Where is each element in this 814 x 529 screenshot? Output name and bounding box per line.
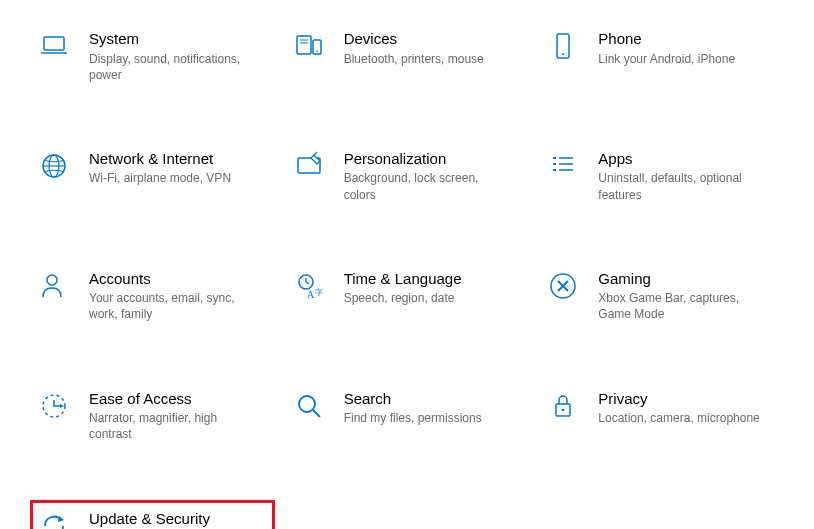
tile-description: Bluetooth, printers, mouse bbox=[344, 51, 484, 67]
tile-description: Uninstall, defaults, optional features bbox=[598, 170, 768, 202]
settings-tile-devices[interactable]: DevicesBluetooth, printers, mouse bbox=[285, 20, 530, 92]
gaming-icon bbox=[546, 269, 580, 303]
devices-icon bbox=[292, 29, 326, 63]
tile-title: Privacy bbox=[598, 389, 759, 409]
tile-description: Narrator, magnifier, high contrast bbox=[89, 410, 259, 442]
tile-title: Network & Internet bbox=[89, 149, 231, 169]
settings-tile-network[interactable]: Network & InternetWi-Fi, airplane mode, … bbox=[30, 140, 275, 212]
settings-tile-time-language[interactable]: Time & LanguageSpeech, region, date bbox=[285, 260, 530, 332]
tile-title: Apps bbox=[598, 149, 768, 169]
time-language-icon bbox=[292, 269, 326, 303]
tile-title: Gaming bbox=[598, 269, 768, 289]
tile-title: Personalization bbox=[344, 149, 514, 169]
search-icon bbox=[292, 389, 326, 423]
phone-icon bbox=[546, 29, 580, 63]
tile-description: Speech, region, date bbox=[344, 290, 462, 306]
tile-description: Location, camera, microphone bbox=[598, 410, 759, 426]
settings-tile-system[interactable]: SystemDisplay, sound, notifications, pow… bbox=[30, 20, 275, 92]
tile-title: Ease of Access bbox=[89, 389, 259, 409]
ease-of-access-icon bbox=[37, 389, 71, 423]
tile-title: System bbox=[89, 29, 259, 49]
tile-description: Wi-Fi, airplane mode, VPN bbox=[89, 170, 231, 186]
tile-description: Link your Android, iPhone bbox=[598, 51, 735, 67]
tile-title: Accounts bbox=[89, 269, 259, 289]
tile-title: Search bbox=[344, 389, 482, 409]
personalization-icon bbox=[292, 149, 326, 183]
tile-title: Update & Security bbox=[89, 509, 259, 529]
settings-tile-phone[interactable]: PhoneLink your Android, iPhone bbox=[539, 20, 784, 92]
laptop-icon bbox=[37, 29, 71, 63]
tile-description: Display, sound, notifications, power bbox=[89, 51, 259, 83]
settings-tile-apps[interactable]: AppsUninstall, defaults, optional featur… bbox=[539, 140, 784, 212]
settings-tile-ease-of-access[interactable]: Ease of AccessNarrator, magnifier, high … bbox=[30, 380, 275, 452]
settings-tile-privacy[interactable]: PrivacyLocation, camera, microphone bbox=[539, 380, 784, 452]
tile-title: Time & Language bbox=[344, 269, 462, 289]
tile-description: Background, lock screen, colors bbox=[344, 170, 514, 202]
settings-tile-accounts[interactable]: AccountsYour accounts, email, sync, work… bbox=[30, 260, 275, 332]
settings-tile-update-security[interactable]: Update & SecurityWindows Update, recover… bbox=[30, 500, 275, 530]
settings-tile-search[interactable]: SearchFind my files, permissions bbox=[285, 380, 530, 452]
apps-icon bbox=[546, 149, 580, 183]
settings-tile-personalization[interactable]: PersonalizationBackground, lock screen, … bbox=[285, 140, 530, 212]
person-icon bbox=[37, 269, 71, 303]
globe-icon bbox=[37, 149, 71, 183]
lock-icon bbox=[546, 389, 580, 423]
tile-description: Your accounts, email, sync, work, family bbox=[89, 290, 259, 322]
tile-title: Phone bbox=[598, 29, 735, 49]
tile-description: Xbox Game Bar, captures, Game Mode bbox=[598, 290, 768, 322]
tile-description: Find my files, permissions bbox=[344, 410, 482, 426]
settings-tile-gaming[interactable]: GamingXbox Game Bar, captures, Game Mode bbox=[539, 260, 784, 332]
update-icon bbox=[37, 509, 71, 530]
tile-title: Devices bbox=[344, 29, 484, 49]
